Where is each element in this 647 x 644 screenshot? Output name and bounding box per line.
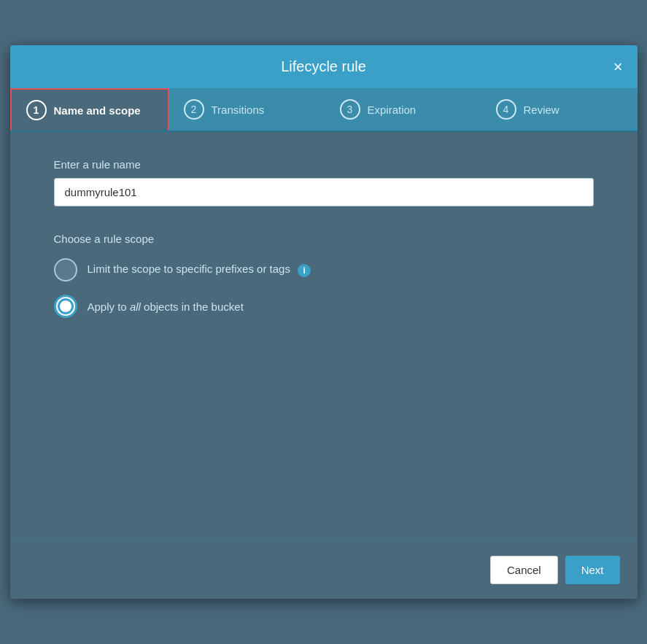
info-icon[interactable]: i: [298, 264, 311, 277]
lifecycle-rule-modal: Lifecycle rule × 1 Name and scope 2 Tran…: [10, 45, 638, 599]
scope-specific-label: Limit the scope to specific prefixes or …: [88, 263, 311, 276]
modal-title: Lifecycle rule: [281, 58, 366, 75]
scope-specific-radio[interactable]: [54, 258, 77, 282]
step-name-and-scope[interactable]: 1 Name and scope: [10, 88, 169, 131]
step-4-circle: 4: [496, 99, 516, 120]
footer-actions: Cancel Next: [28, 556, 620, 584]
step-2-label: Transitions: [212, 104, 265, 116]
scope-all-label: Apply to all objects in the bucket: [88, 300, 244, 313]
close-button[interactable]: ×: [613, 59, 623, 75]
modal-header: Lifecycle rule ×: [10, 45, 638, 88]
scope-specific-option[interactable]: Limit the scope to specific prefixes or …: [54, 258, 594, 282]
step-2-circle: 2: [184, 99, 204, 120]
modal-body: Enter a rule name Choose a rule scope Li…: [10, 132, 638, 540]
step-3-label: Expiration: [368, 104, 417, 116]
scope-all-radio[interactable]: [54, 295, 77, 318]
step-review[interactable]: 4 Review: [481, 88, 638, 131]
step-expiration[interactable]: 3 Expiration: [325, 88, 481, 131]
cancel-button[interactable]: Cancel: [490, 556, 558, 584]
step-1-label: Name and scope: [54, 104, 141, 117]
steps-bar: 1 Name and scope 2 Transitions 3 Expirat…: [10, 88, 638, 132]
scope-label: Choose a rule scope: [54, 233, 594, 245]
step-4-label: Review: [524, 104, 559, 116]
step-1-circle: 1: [26, 100, 47, 120]
next-button[interactable]: Next: [565, 556, 620, 584]
rule-name-label: Enter a rule name: [54, 158, 594, 171]
step-transitions[interactable]: 2 Transitions: [169, 88, 325, 131]
rule-name-input[interactable]: [54, 178, 594, 206]
step-3-circle: 3: [340, 99, 360, 120]
modal-footer: Cancel Next: [10, 540, 638, 599]
scope-all-option[interactable]: Apply to all objects in the bucket: [54, 295, 594, 318]
